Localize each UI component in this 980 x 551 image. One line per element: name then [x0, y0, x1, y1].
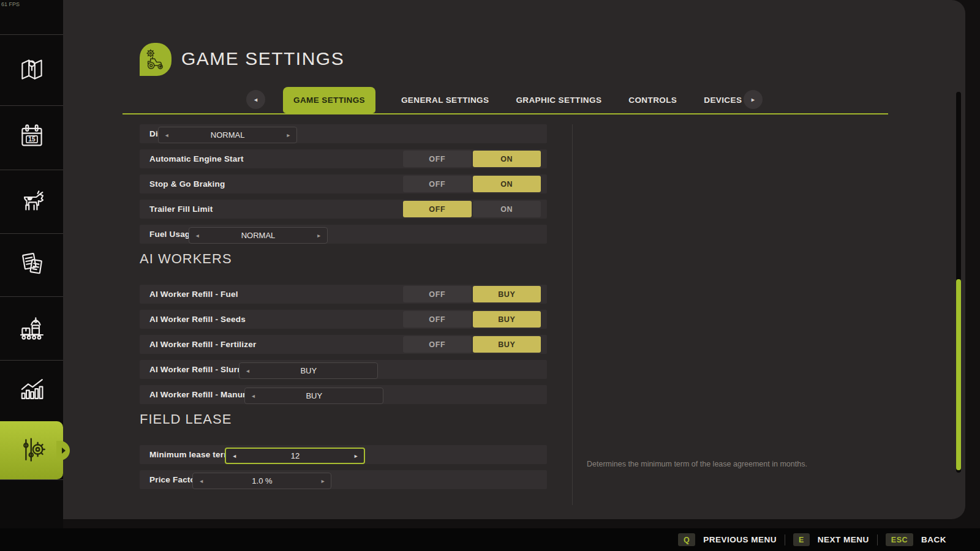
page-title: GAME SETTINGS: [181, 48, 344, 69]
settings-list: Dirt◄NORMAL►Automatic Engine StartOFFONS…: [140, 124, 547, 495]
setting-label: AI Worker Refill - Slurry: [149, 365, 245, 374]
toggle-ai-worker-refill-seeds: OFFBUY: [403, 311, 541, 328]
setting-label: Trailer Fill Limit: [149, 204, 213, 214]
documents-icon: [17, 249, 47, 281]
stepper-dirt[interactable]: ◄NORMAL►: [158, 127, 297, 143]
setting-row-ai-worker-refill-seeds: AI Worker Refill - SeedsOFFBUY: [140, 310, 547, 329]
game-settings-screen: 61 FPS: [0, 0, 980, 551]
sidebar-item-production[interactable]: [0, 297, 63, 360]
tab-controls[interactable]: CONTROLS: [627, 87, 678, 113]
setting-row-ai-worker-refill-slurry: AI Worker Refill - Slurry◄BUY: [140, 360, 547, 379]
footer-separator: [877, 534, 878, 545]
game-settings-blob-icon: [140, 43, 172, 76]
stepper-right-arrow-icon[interactable]: ►: [353, 449, 358, 463]
stepper-value: 1.0 %: [252, 476, 272, 485]
stepper-ai-worker-refill-slurry[interactable]: ◄BUY: [239, 362, 378, 379]
calendar-icon: 15: [17, 122, 47, 154]
footer-action-previous-menu[interactable]: PREVIOUS MENU: [703, 535, 777, 544]
toggle-option-off[interactable]: OFF: [403, 176, 472, 192]
sidebar-item-statistics[interactable]: [0, 361, 63, 418]
tab-general-settings[interactable]: GENERAL SETTINGS: [400, 87, 490, 113]
setting-label: Fuel Usage: [149, 230, 195, 239]
statistics-icon: [17, 373, 47, 405]
stepper-left-arrow-icon[interactable]: ◄: [164, 127, 169, 143]
stepper-ai-worker-refill-manure[interactable]: ◄BUY: [244, 388, 383, 404]
toggle-option-buy[interactable]: BUY: [473, 311, 541, 328]
fps-counter: 61 FPS: [1, 1, 20, 7]
stepper-minimum-lease-term[interactable]: ◄12►: [225, 448, 365, 464]
help-divider: [572, 124, 573, 505]
setting-row-ai-worker-refill-fuel: AI Worker Refill - FuelOFFBUY: [140, 285, 547, 304]
stepper-left-arrow-icon[interactable]: ◄: [245, 363, 250, 378]
tab-devices[interactable]: DEVICES: [703, 87, 743, 113]
sidebar-item-settings[interactable]: [0, 421, 63, 479]
toggle-option-buy[interactable]: BUY: [473, 286, 541, 302]
toggle-option-on[interactable]: ON: [473, 176, 541, 192]
stepper-left-arrow-icon[interactable]: ◄: [251, 388, 255, 403]
stepper-right-arrow-icon[interactable]: ►: [317, 228, 322, 243]
stepper-value: 12: [291, 451, 300, 460]
footer-action-back[interactable]: BACK: [921, 535, 946, 544]
settings-sliders-gear-icon: [17, 435, 47, 467]
setting-row-stop-go-braking: Stop & Go BrakingOFFON: [140, 174, 547, 193]
stepper-price-factor[interactable]: ◄1.0 %►: [192, 473, 331, 489]
setting-label: Stop & Go Braking: [149, 179, 225, 189]
sidebar-item-animals[interactable]: [0, 170, 63, 233]
setting-label: AI Worker Refill - Seeds: [149, 315, 246, 324]
section-heading-ai-workers: AI WORKERS: [140, 250, 547, 268]
setting-label: AI Worker Refill - Manure: [149, 390, 251, 399]
tabs-scroll-right-button[interactable]: ►: [744, 90, 763, 109]
setting-row-fuel-usage: Fuel Usage◄NORMAL►: [140, 225, 547, 244]
setting-label: Price Factor: [149, 475, 198, 484]
setting-label: Automatic Engine Start: [149, 154, 244, 163]
production-icon: [17, 313, 47, 345]
tabs-scroll-left-button[interactable]: ◄: [246, 90, 265, 109]
setting-label: AI Worker Refill - Fertilizer: [149, 340, 256, 349]
right-triangle-icon: [62, 448, 66, 454]
toggle-automatic-engine-start: OFFON: [403, 151, 541, 167]
footer-action-next-menu[interactable]: NEXT MENU: [818, 535, 869, 544]
setting-row-ai-worker-refill-fertilizer: AI Worker Refill - FertilizerOFFBUY: [140, 335, 547, 354]
tractor-gear-icon: [143, 47, 168, 72]
toggle-option-buy[interactable]: BUY: [473, 336, 541, 353]
scrollbar-track[interactable]: [956, 92, 961, 473]
footer-separator: [785, 534, 785, 545]
stepper-right-arrow-icon[interactable]: ►: [320, 473, 325, 489]
toggle-ai-worker-refill-fuel: OFFBUY: [403, 286, 541, 302]
setting-row-automatic-engine-start: Automatic Engine StartOFFON: [140, 149, 547, 168]
setting-row-price-factor: Price Factor◄1.0 %►: [140, 470, 547, 489]
setting-row-minimum-lease-term: Minimum lease term◄12►: [140, 445, 547, 464]
stepper-left-arrow-icon[interactable]: ◄: [195, 228, 200, 243]
toggle-option-off[interactable]: OFF: [403, 311, 472, 328]
toggle-trailer-fill-limit: OFFON: [403, 201, 541, 217]
stepper-value: NORMAL: [241, 231, 276, 240]
toggle-option-off[interactable]: OFF: [403, 151, 472, 167]
key-badge-q: Q: [678, 533, 695, 546]
cow-icon: [17, 186, 47, 218]
sidebar-item-contracts[interactable]: [0, 234, 63, 296]
toggle-option-off[interactable]: OFF: [403, 201, 472, 217]
stepper-right-arrow-icon[interactable]: ►: [286, 127, 291, 143]
toggle-option-off[interactable]: OFF: [403, 336, 472, 353]
tab-graphic-settings[interactable]: GRAPHIC SETTINGS: [514, 87, 603, 113]
key-badge-esc: ESC: [886, 533, 913, 546]
tab-bar: GAME SETTINGSGENERAL SETTINGSGRAPHIC SET…: [283, 87, 743, 113]
stepper-left-arrow-icon[interactable]: ◄: [232, 449, 236, 463]
toggle-stop-go-braking: OFFON: [403, 176, 541, 192]
stepper-fuel-usage[interactable]: ◄NORMAL►: [189, 227, 328, 244]
setting-row-dirt: Dirt◄NORMAL►: [140, 124, 547, 143]
toggle-option-on[interactable]: ON: [473, 151, 541, 167]
sidebar-item-calendar[interactable]: 15: [0, 106, 63, 170]
setting-row-trailer-fill-limit: Trailer Fill LimitOFFON: [140, 200, 547, 219]
svg-text:15: 15: [28, 136, 36, 143]
stepper-left-arrow-icon[interactable]: ◄: [198, 473, 203, 489]
toggle-option-off[interactable]: OFF: [403, 286, 472, 302]
scrollbar-thumb[interactable]: [956, 279, 961, 470]
tab-game-settings[interactable]: GAME SETTINGS: [283, 87, 375, 113]
sidebar: 15: [0, 0, 63, 551]
section-heading-field-lease: FIELD LEASE: [140, 410, 547, 429]
map-icon: [17, 54, 47, 86]
tab-underline: [123, 113, 888, 114]
toggle-option-on[interactable]: ON: [473, 201, 541, 217]
sidebar-item-map[interactable]: [0, 35, 63, 105]
